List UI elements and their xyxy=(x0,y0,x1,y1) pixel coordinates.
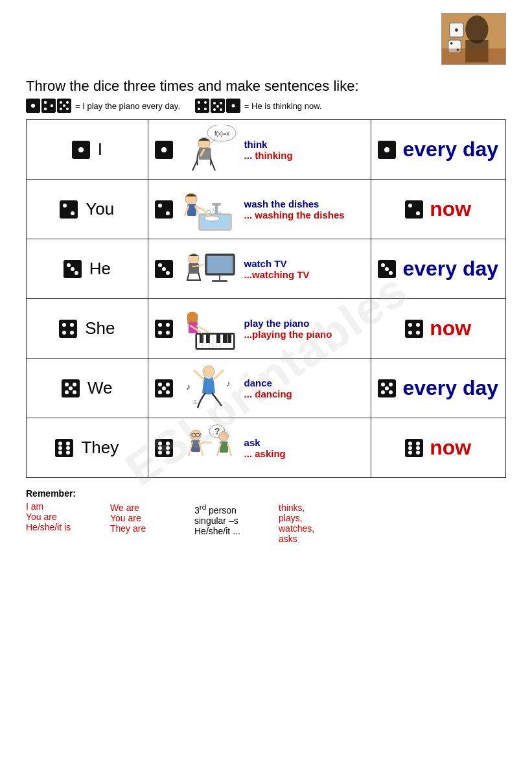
verb-text-2: wash the dishes ... washing the dishes xyxy=(244,198,364,220)
example2-text: = He is thinking now. xyxy=(244,101,322,111)
die-1-icon xyxy=(26,99,40,113)
svg-point-25 xyxy=(204,108,207,110)
svg-point-160 xyxy=(416,446,420,450)
svg-point-83 xyxy=(62,323,66,327)
svg-rect-156 xyxy=(405,439,423,457)
svg-point-161 xyxy=(408,451,412,455)
verb-text-4: play the piano ...playing the piano xyxy=(244,318,364,340)
svg-point-58 xyxy=(204,216,220,221)
table-row: He xyxy=(27,239,506,299)
svg-point-114 xyxy=(65,390,69,394)
remember-they-are: They are xyxy=(110,523,175,534)
verb-die-6-icon xyxy=(155,439,173,457)
verb-text-6: ask ... asking xyxy=(244,437,364,459)
subject-she-label: She xyxy=(85,318,115,338)
svg-point-158 xyxy=(416,442,420,445)
subject-you-label: You xyxy=(86,199,114,219)
remember-thinks: thinks, xyxy=(279,503,343,513)
svg-text:♫: ♫ xyxy=(192,398,198,405)
svg-point-143 xyxy=(166,446,170,450)
svg-point-63 xyxy=(416,211,420,215)
verb-text-5: dance ... dancing xyxy=(244,377,364,399)
svg-point-6 xyxy=(450,42,453,45)
svg-point-71 xyxy=(166,271,170,275)
remember-column-1: Remember: I am You are He/she/it is xyxy=(26,488,91,544)
time-label-3: every day xyxy=(402,257,498,280)
svg-point-118 xyxy=(166,383,170,386)
top-image xyxy=(441,13,506,65)
remember-you-are-pl: You are xyxy=(110,513,175,523)
svg-point-31 xyxy=(220,108,222,111)
page-title: Throw the dice three times and make sent… xyxy=(26,78,506,95)
verb-die-3-icon xyxy=(155,260,173,278)
svg-point-111 xyxy=(65,383,69,386)
example1-dice xyxy=(26,99,71,113)
svg-rect-139 xyxy=(155,439,173,457)
subject-they-label: They xyxy=(81,438,119,458)
svg-rect-8 xyxy=(442,49,505,65)
subject-die-2-icon xyxy=(60,200,78,219)
svg-point-46 xyxy=(63,204,67,207)
ask-illustration: ? xyxy=(179,423,238,472)
remember-column-4: thinks, plays, watches, asks xyxy=(279,488,343,544)
svg-rect-96 xyxy=(216,335,220,343)
die-6-icon xyxy=(226,99,240,113)
svg-point-49 xyxy=(158,204,162,207)
think-illustration: f(x)=x xyxy=(179,125,238,174)
remember-3rd-label: 3rd person xyxy=(194,503,259,515)
svg-point-130 xyxy=(381,390,385,394)
svg-point-133 xyxy=(58,442,62,445)
main-table: I f(x)=x xyxy=(26,119,506,478)
svg-point-24 xyxy=(198,108,200,110)
svg-point-121 xyxy=(166,390,170,394)
svg-point-122 xyxy=(203,366,214,377)
svg-point-127 xyxy=(381,383,385,386)
remember-you-are: You are xyxy=(26,512,91,522)
svg-rect-61 xyxy=(405,200,423,219)
svg-rect-48 xyxy=(155,200,173,219)
time-label-5: every day xyxy=(402,377,498,399)
remember-he-is: He/she/it is xyxy=(26,522,91,532)
svg-rect-11 xyxy=(41,99,56,113)
svg-rect-73 xyxy=(207,256,233,273)
svg-point-16 xyxy=(60,101,62,104)
svg-rect-54 xyxy=(212,203,221,206)
instruction-examples: = I play the piano every day. xyxy=(26,99,506,113)
svg-point-67 xyxy=(75,271,78,275)
svg-point-17 xyxy=(66,101,69,104)
verb-die-2-icon xyxy=(155,200,173,219)
remember-3rd-singular: singular –s xyxy=(194,515,259,526)
die-4-icon xyxy=(195,99,209,113)
svg-point-65 xyxy=(67,263,71,267)
remember-section: Remember: I am You are He/she/it is We a… xyxy=(26,488,506,544)
verb-die-5-icon xyxy=(155,379,173,397)
svg-point-80 xyxy=(385,267,389,271)
svg-point-91 xyxy=(166,331,170,335)
svg-point-90 xyxy=(158,331,162,335)
svg-rect-75 xyxy=(212,280,227,282)
svg-point-33 xyxy=(231,104,235,108)
svg-text:♪: ♪ xyxy=(186,381,191,392)
svg-point-154 xyxy=(218,432,228,442)
svg-point-134 xyxy=(66,442,70,445)
svg-rect-82 xyxy=(59,320,77,338)
svg-rect-94 xyxy=(200,335,203,343)
svg-rect-98 xyxy=(227,335,231,343)
subject-die-6-icon xyxy=(55,439,73,457)
svg-point-28 xyxy=(220,102,222,104)
time-label-6: now xyxy=(430,436,471,460)
table-row: I f(x)=x xyxy=(27,120,506,180)
svg-rect-77 xyxy=(189,263,199,274)
svg-point-157 xyxy=(408,442,412,445)
svg-point-19 xyxy=(66,108,69,110)
svg-point-129 xyxy=(385,386,389,390)
svg-text:♪: ♪ xyxy=(226,379,230,388)
svg-point-109 xyxy=(416,331,420,335)
table-row: They xyxy=(27,418,506,478)
svg-point-131 xyxy=(389,390,393,394)
svg-point-22 xyxy=(198,101,200,104)
verb-text-3: watch TV ...watching TV xyxy=(244,258,364,280)
svg-rect-45 xyxy=(60,200,78,219)
svg-line-40 xyxy=(211,139,215,143)
svg-point-113 xyxy=(69,386,73,390)
